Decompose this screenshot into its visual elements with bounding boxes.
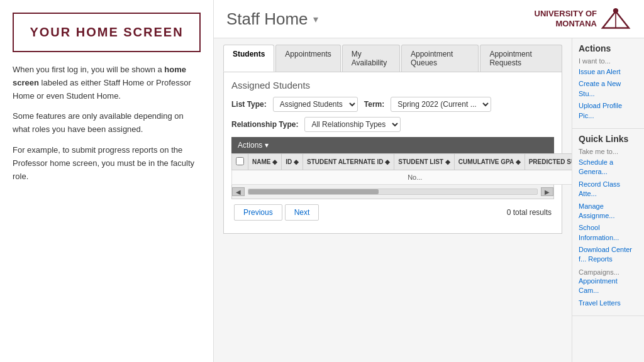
center-panel: Students Appointments My Availability Ap… bbox=[214, 38, 572, 362]
scroll-track[interactable] bbox=[248, 189, 538, 195]
students-table: NAME ◆ ID ◆ STUDENT ALTERNATE ID ◆ STUDE… bbox=[231, 153, 572, 185]
action-create-student[interactable]: Create a New Stu... bbox=[579, 79, 638, 99]
university-name: UNIVERSITY OF MONTANA bbox=[535, 9, 597, 28]
scroll-right-arrow[interactable]: ▶ bbox=[541, 187, 553, 196]
previous-button[interactable]: Previous bbox=[234, 204, 282, 221]
quick-links-section: Quick Links Take me to... Schedule a Gen… bbox=[572, 129, 644, 316]
table-actions-label[interactable]: Actions ▾ bbox=[238, 141, 269, 150]
table-row: No... bbox=[232, 170, 572, 185]
col-alt-id[interactable]: STUDENT ALTERNATE ID ◆ bbox=[303, 154, 394, 170]
quick-links-title: Quick Links bbox=[579, 134, 638, 144]
tab-students[interactable]: Students bbox=[223, 45, 274, 72]
col-student-list[interactable]: STUDENT LIST ◆ bbox=[394, 154, 454, 170]
quick-link-school-info[interactable]: School Information... bbox=[579, 223, 638, 243]
quick-links-subtitle: Take me to... bbox=[579, 148, 638, 155]
tab-my-availability[interactable]: My Availability bbox=[342, 45, 400, 72]
tab-appointments[interactable]: Appointments bbox=[275, 45, 340, 72]
term-label: Term: bbox=[364, 100, 384, 109]
actions-subtitle: I want to... bbox=[579, 57, 638, 65]
horizontal-scrollbar[interactable]: ◀ ▶ bbox=[231, 185, 554, 199]
quick-link-campaigns-label: Campaigns... bbox=[579, 268, 619, 276]
col-id[interactable]: ID ◆ bbox=[282, 154, 303, 170]
home-screen-title: YOUR HOME SCREEN bbox=[20, 25, 193, 40]
pagination-bar: Previous Next 0 total results bbox=[231, 199, 554, 226]
col-gpa[interactable]: CUMULATIVE GPA ◆ bbox=[454, 154, 525, 170]
action-upload-profile[interactable]: Upload Profile Pic... bbox=[579, 101, 638, 121]
intro-para-1: When you first log in, you will be shown… bbox=[13, 63, 201, 102]
action-issue-alert[interactable]: Issue an Alert bbox=[579, 67, 638, 77]
relationship-type-label: Relationship Type: bbox=[231, 120, 298, 129]
svg-point-2 bbox=[613, 8, 618, 13]
col-predicted[interactable]: PREDICTED SUPPO... bbox=[525, 154, 572, 170]
tabs-bar: Students Appointments My Availability Ap… bbox=[223, 38, 562, 72]
quick-link-schedule[interactable]: Schedule a Genera... bbox=[579, 158, 638, 177]
scroll-left-arrow[interactable]: ◀ bbox=[232, 187, 245, 196]
page-title-area: Staff Home ▾ bbox=[226, 9, 318, 29]
results-count: 0 total results bbox=[507, 208, 552, 217]
quick-link-download-center[interactable]: Download Center f... Reports bbox=[579, 245, 638, 265]
col-name[interactable]: NAME ◆ bbox=[248, 154, 282, 170]
term-select[interactable]: Spring 2022 (Current ... bbox=[391, 97, 491, 112]
list-type-select[interactable]: Assigned Students bbox=[273, 97, 358, 112]
home-screen-box: YOUR HOME SCREEN bbox=[13, 13, 201, 52]
intro-para-3: For example, to submit progress reports … bbox=[13, 144, 201, 183]
no-results-cell: No... bbox=[232, 170, 572, 185]
list-type-label: List Type: bbox=[231, 100, 267, 109]
actions-title: Actions bbox=[579, 43, 638, 53]
pagination-buttons: Previous Next bbox=[234, 204, 319, 221]
left-panel: YOUR HOME SCREEN When you first log in, … bbox=[0, 0, 214, 362]
next-button[interactable]: Next bbox=[285, 204, 319, 221]
body-area: Students Appointments My Availability Ap… bbox=[214, 38, 644, 362]
quick-link-manage-assign[interactable]: Manage Assignme... bbox=[579, 202, 638, 221]
table-actions-bar[interactable]: Actions ▾ bbox=[231, 137, 554, 153]
filter-row-1: List Type: Assigned Students Term: Sprin… bbox=[231, 97, 554, 112]
select-all-checkbox[interactable] bbox=[236, 157, 244, 165]
page-title: Staff Home bbox=[226, 9, 308, 29]
main-content: Staff Home ▾ UNIVERSITY OF MONTANA Stude… bbox=[214, 0, 644, 362]
tab-appointment-queues[interactable]: Appointment Queues bbox=[401, 45, 479, 72]
actions-section: Actions I want to... Issue an Alert Crea… bbox=[572, 38, 644, 129]
relationship-type-select[interactable]: All Relationship Types bbox=[304, 117, 401, 132]
page-title-dropdown[interactable]: ▾ bbox=[313, 13, 318, 25]
quick-link-record-class[interactable]: Record Class Atte... bbox=[579, 180, 638, 199]
intro-para-2: Some features are only available dependi… bbox=[13, 110, 201, 136]
tab-appointment-requests[interactable]: Appointment Requests bbox=[480, 45, 562, 72]
quick-link-appointment-cam[interactable]: Appointment Cam... bbox=[579, 277, 638, 296]
tab-content: Assigned Students List Type: Assigned St… bbox=[223, 72, 562, 234]
assigned-students-title: Assigned Students bbox=[231, 80, 554, 90]
table-actions-button[interactable]: Actions ▾ bbox=[238, 141, 269, 150]
filter-row-2: Relationship Type: All Relationship Type… bbox=[231, 117, 554, 132]
university-logo-icon bbox=[600, 6, 631, 31]
quick-link-travel-letters[interactable]: Travel Letters bbox=[579, 299, 638, 308]
right-panel: Actions I want to... Issue an Alert Crea… bbox=[572, 38, 644, 362]
header: Staff Home ▾ UNIVERSITY OF MONTANA bbox=[214, 0, 644, 38]
col-checkbox bbox=[232, 154, 248, 170]
logo-area: UNIVERSITY OF MONTANA bbox=[535, 6, 631, 31]
scroll-thumb[interactable] bbox=[248, 189, 379, 194]
